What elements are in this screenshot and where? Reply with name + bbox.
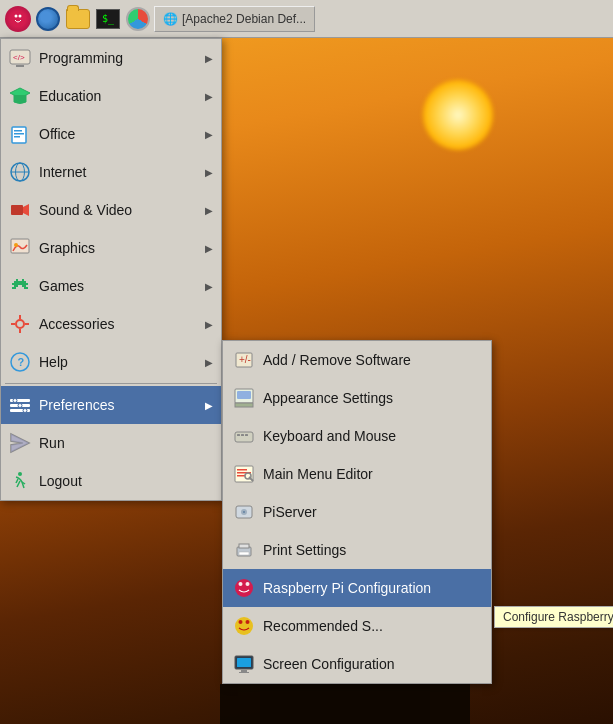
menu-item-games[interactable]: Games ▶ (1, 267, 221, 305)
help-arrow: ▶ (205, 357, 213, 368)
svg-rect-8 (16, 65, 24, 67)
svg-rect-55 (237, 469, 247, 471)
programming-icon: </> (9, 47, 31, 69)
svg-rect-27 (12, 287, 16, 289)
submenu-item-print[interactable]: Print Settings (223, 531, 491, 569)
open-window-button[interactable]: 🌐 [Apache2 Debian Def... (154, 6, 315, 32)
menu-item-logout[interactable]: Logout (1, 462, 221, 500)
globe-taskbar-button[interactable] (34, 5, 62, 33)
submenu-item-add-remove[interactable]: +/- Add / Remove Software (223, 341, 491, 379)
svg-point-65 (235, 579, 253, 597)
preferences-arrow: ▶ (205, 400, 213, 411)
keyboard-mouse-label: Keyboard and Mouse (263, 428, 481, 444)
education-arrow: ▶ (205, 91, 213, 102)
svg-point-39 (13, 399, 17, 403)
main-menu: </> Programming ▶ Education ▶ Office ▶ I… (0, 38, 222, 501)
recommended-icon (233, 615, 255, 637)
tooltip-rpi-config: Configure Raspberry Pi system (494, 606, 613, 628)
menu-item-help[interactable]: ? Help ▶ (1, 343, 221, 381)
sound-video-arrow: ▶ (205, 205, 213, 216)
accessories-icon (9, 313, 31, 335)
browser-taskbar-button[interactable] (124, 5, 152, 33)
print-label: Print Settings (263, 542, 481, 558)
appearance-icon (233, 387, 255, 409)
svg-point-70 (246, 620, 250, 624)
svg-rect-63 (239, 544, 249, 548)
menu-item-run[interactable]: Run (1, 424, 221, 462)
svg-marker-18 (23, 204, 29, 216)
start-button[interactable] (4, 5, 32, 33)
menu-item-graphics[interactable]: Graphics ▶ (1, 229, 221, 267)
menu-item-education[interactable]: Education ▶ (1, 77, 221, 115)
keyboard-mouse-icon (233, 425, 255, 447)
office-icon (9, 123, 31, 145)
svg-rect-48 (235, 403, 253, 407)
preferences-label: Preferences (39, 397, 197, 413)
window-title: [Apache2 Debian Def... (182, 12, 306, 26)
svg-point-67 (246, 582, 250, 586)
svg-rect-50 (235, 432, 253, 442)
terminal-taskbar-button[interactable]: $_ (94, 5, 122, 33)
graphics-label: Graphics (39, 240, 197, 256)
svg-rect-12 (14, 133, 24, 135)
svg-point-44 (18, 472, 22, 476)
menu-item-preferences[interactable]: Preferences ▶ (1, 386, 221, 424)
svg-rect-73 (241, 670, 247, 672)
svg-rect-57 (237, 475, 245, 477)
svg-text:+/-: +/- (239, 354, 251, 365)
svg-rect-26 (22, 285, 26, 287)
sound-video-icon (9, 199, 31, 221)
piserver-label: PiServer (263, 504, 481, 520)
svg-point-41 (23, 409, 27, 413)
submenu-item-recommended[interactable]: Recommended S... (223, 607, 491, 645)
svg-rect-64 (239, 552, 249, 555)
svg-point-68 (235, 617, 253, 635)
menu-item-programming[interactable]: </> Programming ▶ (1, 39, 221, 77)
menu-item-office[interactable]: Office ▶ (1, 115, 221, 153)
submenu-item-appearance[interactable]: Appearance Settings (223, 379, 491, 417)
recommended-label: Recommended S... (263, 618, 481, 634)
menu-item-sound-video[interactable]: Sound & Video ▶ (1, 191, 221, 229)
svg-rect-10 (12, 127, 26, 143)
submenu-item-rpi-config[interactable]: Raspberry Pi Configuration (223, 569, 491, 607)
menu-item-internet[interactable]: Internet ▶ (1, 153, 221, 191)
taskbar: $_ 🌐 [Apache2 Debian Def... (0, 0, 613, 38)
programming-arrow: ▶ (205, 53, 213, 64)
games-icon (9, 275, 31, 297)
svg-point-3 (11, 12, 25, 26)
games-label: Games (39, 278, 197, 294)
run-label: Run (39, 435, 213, 451)
globe-taskbar-icon (36, 7, 60, 31)
submenu-item-screen-config[interactable]: Screen Configuration (223, 645, 491, 683)
svg-rect-13 (14, 136, 20, 138)
submenu-item-keyboard-mouse[interactable]: Keyboard and Mouse (223, 417, 491, 455)
run-icon (9, 432, 31, 454)
svg-point-66 (239, 582, 243, 586)
submenu-item-piserver[interactable]: PiServer (223, 493, 491, 531)
svg-rect-22 (22, 279, 24, 281)
svg-rect-23 (14, 281, 26, 283)
svg-rect-17 (11, 205, 23, 215)
appearance-label: Appearance Settings (263, 390, 481, 406)
education-icon (9, 85, 31, 107)
rpi-config-label: Raspberry Pi Configuration (263, 580, 481, 596)
svg-rect-28 (24, 287, 28, 289)
filemanager-taskbar-button[interactable] (64, 5, 92, 33)
internet-icon (9, 161, 31, 183)
window-favicon: 🌐 (163, 12, 178, 26)
print-icon (233, 539, 255, 561)
svg-rect-74 (239, 672, 249, 673)
submenu-item-main-menu-editor[interactable]: Main Menu Editor (223, 455, 491, 493)
svg-point-20 (14, 243, 18, 247)
svg-point-29 (16, 320, 24, 328)
svg-rect-51 (237, 434, 240, 436)
accessories-label: Accessories (39, 316, 197, 332)
rpi-config-icon (233, 577, 255, 599)
svg-rect-24 (12, 283, 28, 285)
graphics-icon (9, 237, 31, 259)
svg-rect-53 (245, 434, 248, 436)
svg-point-4 (15, 14, 18, 17)
office-arrow: ▶ (205, 129, 213, 140)
menu-item-accessories[interactable]: Accessories ▶ (1, 305, 221, 343)
svg-rect-49 (237, 391, 251, 399)
